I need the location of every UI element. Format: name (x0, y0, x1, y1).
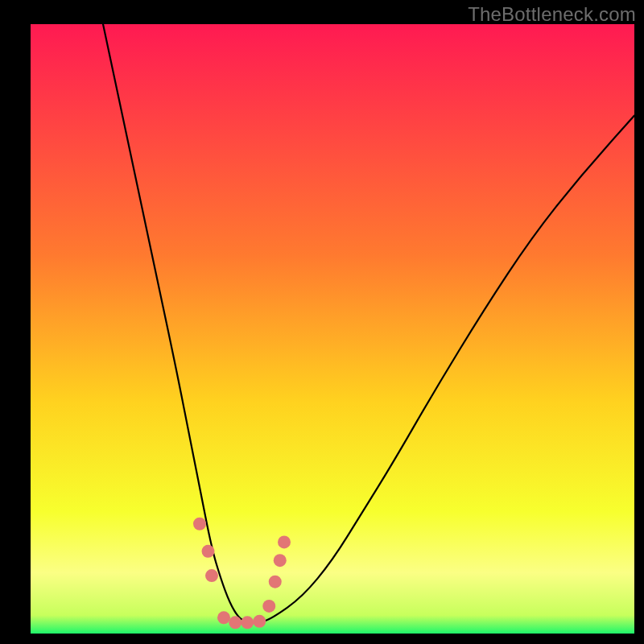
data-marker (253, 615, 266, 628)
data-marker (241, 616, 254, 629)
data-marker (274, 554, 287, 567)
data-marker (278, 535, 291, 548)
data-marker (217, 611, 230, 624)
data-marker (262, 600, 275, 613)
gradient-background (31, 24, 634, 634)
plot-svg (31, 24, 634, 634)
data-marker (202, 545, 215, 558)
data-marker (205, 569, 218, 582)
chart-frame: TheBottleneck.com (0, 0, 644, 644)
data-marker (269, 576, 282, 588)
data-marker (229, 616, 242, 629)
watermark-label: TheBottleneck.com (468, 3, 636, 26)
data-marker (193, 518, 206, 530)
plot-area (31, 24, 634, 634)
